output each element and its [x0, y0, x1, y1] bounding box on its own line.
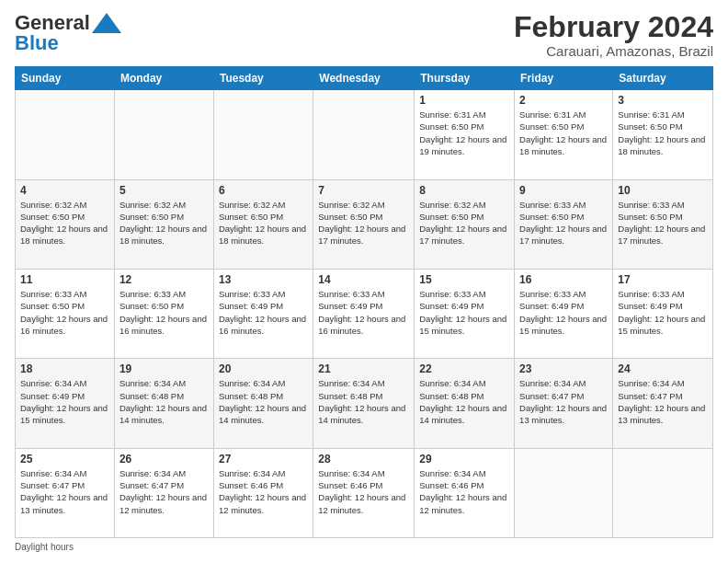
calendar-cell: 7Sunrise: 6:32 AM Sunset: 6:50 PM Daylig… [313, 179, 415, 269]
day-number: 7 [318, 184, 409, 197]
calendar-cell: 19Sunrise: 6:34 AM Sunset: 6:48 PM Dayli… [114, 359, 213, 448]
calendar-cell: 29Sunrise: 6:34 AM Sunset: 6:46 PM Dayli… [415, 448, 515, 537]
calendar-cell [313, 90, 415, 179]
day-number: 19 [119, 362, 209, 375]
day-number: 8 [419, 184, 509, 197]
logo-blue: Blue [15, 31, 59, 55]
day-number: 27 [219, 453, 308, 465]
day-number: 6 [219, 184, 308, 197]
calendar-cell [16, 90, 115, 179]
day-number: 5 [119, 184, 209, 197]
day-number: 17 [618, 273, 708, 286]
day-number: 24 [618, 362, 708, 375]
calendar-cell: 3Sunrise: 6:31 AM Sunset: 6:50 PM Daylig… [613, 90, 713, 179]
day-number: 11 [20, 273, 109, 286]
calendar-cell: 21Sunrise: 6:34 AM Sunset: 6:48 PM Dayli… [313, 359, 415, 448]
calendar-cell: 15Sunrise: 6:33 AM Sunset: 6:49 PM Dayli… [415, 269, 515, 358]
day-info: Sunrise: 6:31 AM Sunset: 6:50 PM Dayligh… [519, 109, 608, 157]
calendar-cell: 26Sunrise: 6:34 AM Sunset: 6:47 PM Dayli… [114, 448, 213, 537]
col-monday: Monday [114, 67, 213, 90]
day-info: Sunrise: 6:34 AM Sunset: 6:48 PM Dayligh… [219, 377, 308, 426]
calendar-cell: 13Sunrise: 6:33 AM Sunset: 6:49 PM Dayli… [213, 269, 313, 358]
day-info: Sunrise: 6:32 AM Sunset: 6:50 PM Dayligh… [318, 199, 409, 247]
calendar-cell: 25Sunrise: 6:34 AM Sunset: 6:47 PM Dayli… [16, 448, 115, 537]
week-row-0: 1Sunrise: 6:31 AM Sunset: 6:50 PM Daylig… [16, 90, 713, 179]
col-friday: Friday [515, 67, 613, 90]
calendar-cell: 14Sunrise: 6:33 AM Sunset: 6:49 PM Dayli… [313, 269, 415, 358]
day-info: Sunrise: 6:34 AM Sunset: 6:48 PM Dayligh… [318, 377, 409, 426]
header: General Blue February 2024 Carauari, Ama… [15, 11, 713, 59]
day-info: Sunrise: 6:33 AM Sunset: 6:49 PM Dayligh… [419, 288, 509, 337]
week-row-1: 4Sunrise: 6:32 AM Sunset: 6:50 PM Daylig… [16, 179, 713, 269]
day-number: 26 [119, 453, 209, 465]
footer-daylight: Daylight hours [15, 542, 713, 552]
header-row: Sunday Monday Tuesday Wednesday Thursday… [16, 67, 713, 90]
day-info: Sunrise: 6:32 AM Sunset: 6:50 PM Dayligh… [219, 199, 308, 247]
calendar-cell [515, 448, 613, 537]
calendar-cell: 1Sunrise: 6:31 AM Sunset: 6:50 PM Daylig… [415, 90, 515, 179]
day-number: 29 [419, 453, 509, 465]
calendar-cell: 18Sunrise: 6:34 AM Sunset: 6:49 PM Dayli… [16, 359, 115, 448]
title-block: February 2024 Carauari, Amazonas, Brazil [514, 11, 713, 59]
day-info: Sunrise: 6:33 AM Sunset: 6:49 PM Dayligh… [219, 288, 308, 337]
col-saturday: Saturday [613, 67, 713, 90]
day-number: 16 [519, 273, 608, 286]
calendar-table: Sunday Monday Tuesday Wednesday Thursday… [15, 66, 713, 538]
day-info: Sunrise: 6:34 AM Sunset: 6:47 PM Dayligh… [20, 467, 109, 516]
col-sunday: Sunday [16, 67, 115, 90]
calendar-cell: 11Sunrise: 6:33 AM Sunset: 6:50 PM Dayli… [16, 269, 115, 358]
day-number: 23 [519, 362, 608, 375]
day-info: Sunrise: 6:33 AM Sunset: 6:49 PM Dayligh… [519, 288, 608, 337]
day-info: Sunrise: 6:34 AM Sunset: 6:46 PM Dayligh… [219, 467, 308, 516]
calendar-cell: 5Sunrise: 6:32 AM Sunset: 6:50 PM Daylig… [114, 179, 213, 269]
calendar-cell: 6Sunrise: 6:32 AM Sunset: 6:50 PM Daylig… [213, 179, 313, 269]
day-number: 15 [419, 273, 509, 286]
day-info: Sunrise: 6:33 AM Sunset: 6:50 PM Dayligh… [119, 288, 209, 337]
day-number: 4 [20, 184, 109, 197]
day-info: Sunrise: 6:34 AM Sunset: 6:46 PM Dayligh… [318, 467, 409, 516]
day-number: 10 [618, 184, 708, 197]
calendar-cell [613, 448, 713, 537]
calendar-cell: 8Sunrise: 6:32 AM Sunset: 6:50 PM Daylig… [415, 179, 515, 269]
svg-marker-0 [92, 13, 121, 33]
calendar-cell: 4Sunrise: 6:32 AM Sunset: 6:50 PM Daylig… [16, 179, 115, 269]
day-info: Sunrise: 6:31 AM Sunset: 6:50 PM Dayligh… [618, 109, 708, 157]
day-info: Sunrise: 6:34 AM Sunset: 6:49 PM Dayligh… [20, 377, 109, 426]
day-number: 22 [419, 362, 509, 375]
day-info: Sunrise: 6:33 AM Sunset: 6:50 PM Dayligh… [20, 288, 109, 337]
week-row-4: 25Sunrise: 6:34 AM Sunset: 6:47 PM Dayli… [16, 448, 713, 537]
day-number: 20 [219, 362, 308, 375]
day-number: 14 [318, 273, 409, 286]
calendar-cell: 24Sunrise: 6:34 AM Sunset: 6:47 PM Dayli… [613, 359, 713, 448]
calendar-page: General Blue February 2024 Carauari, Ama… [0, 0, 728, 563]
day-number: 25 [20, 453, 109, 465]
day-info: Sunrise: 6:34 AM Sunset: 6:48 PM Dayligh… [119, 377, 209, 426]
calendar-cell: 9Sunrise: 6:33 AM Sunset: 6:50 PM Daylig… [515, 179, 613, 269]
day-info: Sunrise: 6:34 AM Sunset: 6:47 PM Dayligh… [618, 377, 708, 426]
calendar-cell: 10Sunrise: 6:33 AM Sunset: 6:50 PM Dayli… [613, 179, 713, 269]
day-info: Sunrise: 6:34 AM Sunset: 6:47 PM Dayligh… [119, 467, 209, 516]
week-row-2: 11Sunrise: 6:33 AM Sunset: 6:50 PM Dayli… [16, 269, 713, 358]
calendar-cell: 12Sunrise: 6:33 AM Sunset: 6:50 PM Dayli… [114, 269, 213, 358]
calendar-cell: 16Sunrise: 6:33 AM Sunset: 6:49 PM Dayli… [515, 269, 613, 358]
calendar-cell: 23Sunrise: 6:34 AM Sunset: 6:47 PM Dayli… [515, 359, 613, 448]
day-number: 28 [318, 453, 409, 465]
day-info: Sunrise: 6:34 AM Sunset: 6:48 PM Dayligh… [419, 377, 509, 426]
calendar-cell [213, 90, 313, 179]
col-tuesday: Tuesday [213, 67, 313, 90]
calendar-subtitle: Carauari, Amazonas, Brazil [514, 43, 713, 59]
col-thursday: Thursday [415, 67, 515, 90]
calendar-cell: 2Sunrise: 6:31 AM Sunset: 6:50 PM Daylig… [515, 90, 613, 179]
col-wednesday: Wednesday [313, 67, 415, 90]
week-row-3: 18Sunrise: 6:34 AM Sunset: 6:49 PM Dayli… [16, 359, 713, 448]
calendar-cell: 20Sunrise: 6:34 AM Sunset: 6:48 PM Dayli… [213, 359, 313, 448]
day-info: Sunrise: 6:32 AM Sunset: 6:50 PM Dayligh… [119, 199, 209, 247]
day-info: Sunrise: 6:34 AM Sunset: 6:46 PM Dayligh… [419, 467, 509, 516]
day-info: Sunrise: 6:33 AM Sunset: 6:49 PM Dayligh… [318, 288, 409, 337]
calendar-cell [114, 90, 213, 179]
logo: General Blue [15, 11, 121, 55]
day-info: Sunrise: 6:33 AM Sunset: 6:49 PM Dayligh… [618, 288, 708, 337]
day-info: Sunrise: 6:32 AM Sunset: 6:50 PM Dayligh… [20, 199, 109, 247]
day-number: 1 [419, 94, 509, 107]
calendar-title: February 2024 [514, 11, 713, 43]
